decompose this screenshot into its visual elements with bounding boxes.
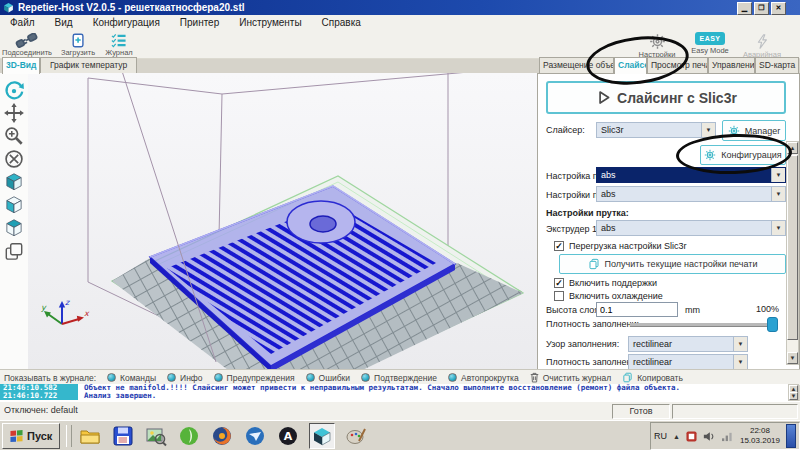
toggle-dot-icon (306, 373, 315, 382)
close-button[interactable]: ✕ (771, 2, 786, 15)
log-toggle-warnings[interactable]: Предупреждения (214, 373, 295, 383)
copy-log-button[interactable]: Копировать (622, 372, 683, 383)
extruder1-select[interactable]: abs ▼ (596, 220, 786, 236)
infill-density-slider-handle[interactable] (767, 317, 778, 332)
objects-list-icon[interactable] (3, 241, 25, 263)
minimize-button[interactable]: ▁ (737, 2, 752, 15)
tab-slicer[interactable]: Слайсер (614, 57, 647, 74)
solid-pattern-select[interactable]: rectilinear ▼ (628, 354, 748, 370)
isometric-view-icon[interactable] (3, 171, 25, 193)
enable-cooling-checkbox[interactable]: Включить охлаждение (554, 291, 663, 301)
play-icon (595, 89, 612, 106)
zoom-view-icon[interactable] (3, 125, 25, 147)
connection-status: Отключен: default (4, 405, 78, 415)
tab-temp-graph[interactable]: График температур (40, 57, 137, 73)
load-button[interactable]: Загрузить (58, 33, 98, 57)
windows-logo-icon (10, 430, 23, 443)
fit-view-icon[interactable] (3, 148, 25, 170)
plug-icon (15, 33, 39, 48)
menu-help[interactable]: Справка (322, 17, 361, 28)
scrollbar-thumb[interactable] (787, 155, 798, 340)
log-toggle-ack[interactable]: Подтверждение (361, 373, 437, 383)
tray-app-icon[interactable] (686, 431, 697, 442)
clear-log-button[interactable]: Очистить журнал (530, 372, 611, 383)
toggle-dot-icon (107, 373, 116, 382)
layer-height-input[interactable] (596, 302, 678, 317)
slicer-select[interactable]: Slic3r ▼ (596, 122, 716, 138)
connect-button[interactable]: Подсоединить (2, 33, 52, 57)
log-scrollbar[interactable]: ▲ ▼ (788, 384, 799, 401)
tab-print-preview[interactable]: Просмотр печати (647, 57, 708, 73)
restore-button[interactable]: ❐ (754, 2, 769, 15)
volume-icon[interactable] (703, 431, 715, 442)
taskbar-firefox-icon[interactable] (210, 424, 234, 448)
top-view-icon[interactable] (3, 217, 25, 239)
extruder1-label: Экструдер 1: (546, 224, 600, 234)
network-icon[interactable] (721, 431, 734, 442)
dropdown-arrow-icon: ▼ (771, 221, 785, 235)
tray-clock[interactable]: 22:08 15.03.2019 (740, 426, 780, 446)
scroll-down-icon[interactable]: ▼ (787, 352, 798, 364)
show-desktop-button[interactable] (786, 424, 796, 448)
language-indicator[interactable]: RU (654, 431, 667, 441)
menu-config[interactable]: Конфигурация (93, 17, 160, 28)
infill-density-slider-track[interactable] (630, 323, 778, 327)
lightning-icon (754, 33, 770, 50)
dropdown-arrow-icon: ▼ (771, 187, 785, 201)
log-toggle-errors[interactable]: Ошибки (306, 373, 351, 383)
main-toolbar: Подсоединить ▾ Загрузить ▾ Журнал (0, 30, 800, 59)
taskbar-green-app-icon[interactable] (177, 424, 201, 448)
move-view-icon[interactable] (3, 102, 25, 124)
fetch-print-settings-button[interactable]: Получить текущие настройки печати (559, 254, 786, 274)
print-setting-select[interactable]: abs ▼ (596, 167, 786, 183)
taskbar-folder-icon[interactable] (78, 424, 102, 448)
start-button[interactable]: Пуск (2, 423, 60, 449)
progress-area (672, 404, 798, 419)
scroll-up-icon[interactable]: ▲ (787, 142, 798, 154)
gear-icon (728, 125, 740, 137)
front-view-icon[interactable] (3, 194, 25, 216)
menu-printer[interactable]: Принтер (180, 17, 219, 28)
override-slic3r-checkbox[interactable]: ✓ Перегрузка настройки Slic3r (554, 241, 687, 251)
log-row: 21:46:10.722 Анализ завершен. (0, 392, 788, 400)
infill-pattern-select[interactable]: rectilinear ▼ (628, 336, 748, 352)
journal-button[interactable]: Журнал (102, 33, 136, 57)
tray-date: 15.03.2019 (740, 436, 780, 446)
log-toggle-info[interactable]: Инфо (167, 373, 203, 383)
tab-sd-card[interactable]: SD-карта (755, 57, 799, 73)
configuration-button[interactable]: Конфигурация (700, 145, 786, 165)
tab-manual-control[interactable]: Управление (708, 57, 755, 73)
trash-icon (530, 372, 539, 383)
tab-3d-view[interactable]: 3D-Вид (2, 57, 40, 74)
menu-tools[interactable]: Инструменты (239, 17, 301, 28)
tab-object-placement[interactable]: Размещение объекта (539, 57, 614, 73)
slicer-label: Слайсер: (546, 125, 585, 135)
log-toggle-commands[interactable]: Команды (107, 373, 156, 383)
taskbar-thunderbird-icon[interactable] (243, 424, 267, 448)
rotate-view-icon[interactable] (3, 79, 25, 101)
taskbar-paint-icon[interactable] (344, 424, 368, 448)
taskbar-aimp-icon[interactable]: A (276, 424, 300, 448)
viewport-3d[interactable]: y z x (28, 73, 537, 370)
scroll-down-icon[interactable]: ▼ (789, 392, 798, 400)
enable-supports-checkbox[interactable]: ✓ Включить поддержки (554, 278, 657, 288)
svg-text:A: A (284, 430, 293, 443)
status-bar: Отключен: default Готов (0, 401, 800, 420)
panel-scrollbar[interactable]: ▲ ▼ (786, 141, 799, 365)
layer-height-label: Высота слоя: (546, 305, 602, 315)
menu-view[interactable]: Вид (55, 17, 73, 28)
manager-button[interactable]: Manager (722, 120, 786, 141)
expand-tray-icon[interactable]: ▲ (673, 433, 680, 440)
log-timestamp: 21:46:10.722 (0, 392, 78, 400)
gear-icon (649, 33, 666, 50)
log-message: Анализ завершен. (78, 392, 156, 400)
taskbar-image-viewer-icon[interactable] (144, 424, 168, 448)
layer-height-unit: mm (685, 305, 700, 315)
taskbar-floppy-icon[interactable] (111, 424, 135, 448)
taskbar-repetier-host-icon[interactable] (309, 423, 335, 449)
printer-settings-select[interactable]: abs ▼ (596, 186, 786, 202)
log-toggle-autoscroll[interactable]: Автопрокрутка (448, 373, 519, 383)
infill-pattern-label: Узор заполнения: (546, 339, 619, 349)
slice-button[interactable]: Слайсинг с Slic3r (546, 81, 786, 114)
menu-file[interactable]: Файл (10, 17, 35, 28)
